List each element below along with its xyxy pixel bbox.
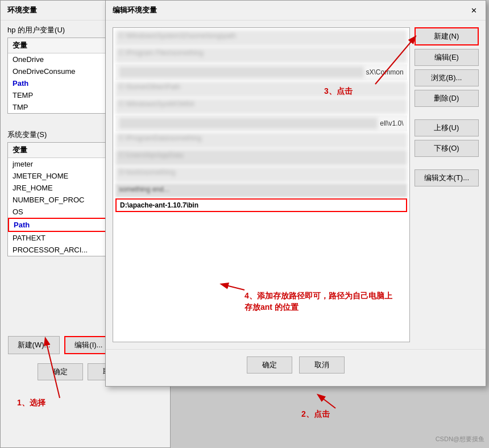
path-item-8[interactable]: C:\Users\hp\AppData: [115, 150, 407, 165]
ok-button-main[interactable]: 确定: [38, 363, 83, 380]
delete-button[interactable]: 删除(D): [415, 90, 479, 107]
svg-line-2: [318, 395, 335, 408]
annotation-step4-line2: 存放ant 的位置: [244, 302, 299, 313]
ok-button-dialog[interactable]: 确定: [247, 356, 292, 374]
path-item-10[interactable]: something end...: [115, 184, 407, 197]
path-item-1[interactable]: C:\Windows\System32\some\long\path: [115, 30, 407, 46]
dialog-bottom-buttons: 确定 取消: [106, 349, 486, 380]
path-item-new[interactable]: D:\apache-ant-1.10.7\bin: [115, 198, 407, 212]
new-w-button[interactable]: 新建(W)...: [8, 336, 60, 354]
path-item-2[interactable]: C:\Program Files\something: [115, 47, 407, 63]
path-item-4[interactable]: C:\Some\Other\Path: [115, 81, 407, 97]
path-item-6[interactable]: ell\v1.0\: [115, 115, 407, 131]
edit-button[interactable]: 编辑(E): [415, 49, 479, 66]
cancel-button-dialog[interactable]: 取消: [299, 356, 345, 374]
annotation-step2: 2、点击: [301, 409, 330, 420]
edit-text-button[interactable]: 编辑文本(T)...: [415, 169, 479, 186]
new-button[interactable]: 新建(N): [415, 27, 479, 45]
annotation-step3: 3、点击: [324, 86, 353, 97]
path-item-5[interactable]: C:\Windows\SysWOW64: [115, 98, 407, 114]
path-item-9[interactable]: D:\tools\something: [115, 167, 407, 182]
browse-button[interactable]: 浏览(B)...: [415, 69, 479, 86]
dialog-title: 编辑环境变量: [113, 5, 157, 15]
close-dialog-button[interactable]: ✕: [469, 5, 479, 15]
move-down-button[interactable]: 下移(O): [415, 140, 479, 157]
path-item-3[interactable]: sX\Common: [115, 64, 407, 80]
watermark: CSDN@想要摸鱼: [436, 435, 484, 443]
edit-dialog: 编辑环境变量 ✕ C:\Windows\System32\some\long\p…: [105, 0, 486, 387]
annotation-step4: 4、添加存放路径即可，路径为自己电脑上: [244, 291, 392, 301]
annotation-step1: 1、选择: [17, 398, 45, 408]
move-up-button[interactable]: 上移(U): [415, 119, 479, 136]
path-item-7[interactable]: C:\ProgramData\something: [115, 132, 407, 148]
dialog-titlebar: 编辑环境变量 ✕: [106, 1, 486, 20]
dialog-side-buttons: 新建(N) 编辑(E) 浏览(B)... 删除(D) 上移(U) 下移(O) 编…: [415, 27, 479, 342]
